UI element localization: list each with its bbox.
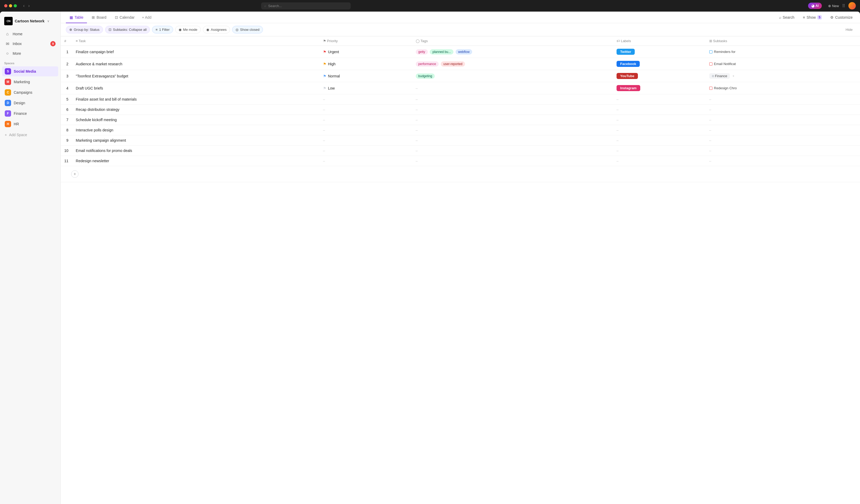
- labels-cell[interactable]: –: [613, 105, 706, 115]
- priority-cell[interactable]: ⚑ Normal: [319, 70, 412, 82]
- tag-pill[interactable]: budgeting: [416, 73, 435, 79]
- subtasks-cell[interactable]: Reminders for: [706, 46, 860, 58]
- task-cell[interactable]: Audience & market research: [72, 58, 319, 70]
- labels-cell[interactable]: –: [613, 156, 706, 166]
- tag-pill[interactable]: user-reported: [441, 61, 465, 66]
- col-header-task[interactable]: ≡ Task: [72, 36, 319, 46]
- show-action-button[interactable]: ≡ Show 5: [801, 14, 824, 21]
- add-space-button[interactable]: + Add Space: [0, 131, 60, 139]
- subtasks-cell[interactable]: Email Notificat: [706, 58, 860, 70]
- labels-cell[interactable]: Instagram: [613, 82, 706, 94]
- labels-cell[interactable]: –: [613, 135, 706, 146]
- priority-cell[interactable]: –: [319, 135, 412, 146]
- subtasks-cell[interactable]: –: [706, 94, 860, 105]
- table-row: 2 Audience & market research ⚑ High perf…: [61, 58, 860, 70]
- priority-flag: ⚑: [323, 86, 327, 90]
- sidebar-item-hr[interactable]: H HR: [2, 119, 58, 129]
- col-header-labels[interactable]: 🏷 Labels: [613, 36, 706, 46]
- assignees-button[interactable]: ◉ Assignees: [203, 26, 230, 33]
- subtasks-cell[interactable]: Finance +: [706, 70, 860, 82]
- me-mode-button[interactable]: ◉ Me mode: [175, 26, 201, 33]
- sidebar-item-campaigns[interactable]: C Campaigns: [2, 87, 58, 98]
- subtasks-label: Subtasks: Collapse all: [113, 28, 147, 32]
- labels-cell[interactable]: Facebook: [613, 58, 706, 70]
- sidebar-item-social-media[interactable]: S Social Media: [2, 66, 58, 76]
- add-subtask-icon[interactable]: +: [732, 74, 734, 78]
- minimize-button[interactable]: [9, 4, 12, 8]
- subtasks-cell[interactable]: Redesign Chro: [706, 82, 860, 94]
- tab-table[interactable]: ▦ Table: [66, 12, 87, 23]
- task-cell[interactable]: Finalize asset list and bill of material…: [72, 94, 319, 105]
- sidebar-item-marketing[interactable]: M Marketing: [2, 77, 58, 87]
- maximize-button[interactable]: [14, 4, 17, 8]
- tag-pill[interactable]: performance: [416, 61, 439, 66]
- task-cell[interactable]: Interactive polls design: [72, 125, 319, 135]
- priority-cell[interactable]: –: [319, 105, 412, 115]
- task-cell[interactable]: "Toonfest Extravaganza" budget: [72, 70, 319, 82]
- nav-arrows: ‹ ›: [22, 3, 31, 9]
- brand-header[interactable]: CN Cartoon Network ∨: [0, 15, 60, 29]
- row-num: 10: [61, 146, 72, 156]
- sidebar-item-inbox[interactable]: ✉ Inbox 9: [2, 39, 58, 48]
- col-header-tags[interactable]: ◯ Tags: [412, 36, 613, 46]
- subtasks-cell[interactable]: –: [706, 146, 860, 156]
- tag-pill[interactable]: webflow: [456, 49, 472, 55]
- subtasks-cell[interactable]: –: [706, 105, 860, 115]
- tab-calendar[interactable]: ⊡ Calendar: [111, 12, 138, 23]
- priority-cell[interactable]: ⚑ Urgent: [319, 46, 412, 58]
- col-header-subtasks[interactable]: ⊞ Subtasks: [706, 36, 860, 46]
- add-view-button[interactable]: + Add: [139, 13, 154, 21]
- tags-cell: –: [412, 82, 613, 94]
- priority-cell[interactable]: –: [319, 115, 412, 125]
- tag-pill[interactable]: getty: [416, 49, 428, 55]
- subtasks-button[interactable]: ⊡ Subtasks: Collapse all: [105, 26, 150, 33]
- new-button[interactable]: ⊕ New: [828, 4, 839, 8]
- search-action-button[interactable]: ⌕ Search: [777, 14, 797, 21]
- labels-cell[interactable]: Twitter: [613, 46, 706, 58]
- tag-pill[interactable]: planned bu...: [430, 49, 453, 55]
- forward-arrow[interactable]: ›: [27, 3, 31, 9]
- avatar[interactable]: [848, 2, 856, 10]
- subtasks-cell[interactable]: –: [706, 156, 860, 166]
- back-arrow[interactable]: ‹: [22, 3, 26, 9]
- grid-icon[interactable]: ⠿: [842, 3, 845, 9]
- global-search-bar[interactable]: ⌕ Search...: [261, 2, 351, 10]
- task-cell[interactable]: Marketing campaign alignment: [72, 135, 319, 146]
- customize-action-button[interactable]: ⚙ Customize: [828, 14, 855, 21]
- close-button[interactable]: [4, 4, 8, 8]
- show-closed-button[interactable]: ◎ Show closed: [232, 26, 263, 33]
- labels-cell[interactable]: YouTube: [613, 70, 706, 82]
- table-row: 3 "Toonfest Extravaganza" budget ⚑ Norma…: [61, 70, 860, 82]
- priority-cell[interactable]: –: [319, 146, 412, 156]
- task-cell[interactable]: Draft UGC briefs: [72, 82, 319, 94]
- tab-board[interactable]: ⊞ Board: [88, 12, 110, 23]
- task-cell[interactable]: Email notifications for promo deals: [72, 146, 319, 156]
- sidebar-item-finance[interactable]: F Finance: [2, 108, 58, 118]
- task-cell[interactable]: Recap distribution strategy: [72, 105, 319, 115]
- subtasks-cell[interactable]: –: [706, 135, 860, 146]
- task-cell[interactable]: Redesign newsletter: [72, 156, 319, 166]
- priority-cell[interactable]: –: [319, 125, 412, 135]
- sidebar-item-home[interactable]: ⌂ Home: [2, 29, 58, 39]
- subtasks-cell[interactable]: –: [706, 115, 860, 125]
- add-row-button[interactable]: +: [71, 171, 78, 178]
- filter-button[interactable]: ≡ 1 Filter: [152, 26, 173, 33]
- priority-cell[interactable]: ⚑ High: [319, 58, 412, 70]
- col-header-priority[interactable]: ⚑ Priority: [319, 36, 412, 46]
- labels-cell[interactable]: –: [613, 94, 706, 105]
- task-cell[interactable]: Schedule kickoff meeting: [72, 115, 319, 125]
- labels-cell[interactable]: –: [613, 115, 706, 125]
- sidebar-item-more[interactable]: ○ More: [2, 49, 58, 58]
- priority-cell[interactable]: ⚑ Low: [319, 82, 412, 94]
- group-by-button[interactable]: ⊕ Group by: Status: [66, 26, 103, 33]
- priority-cell[interactable]: –: [319, 156, 412, 166]
- priority-cell[interactable]: –: [319, 94, 412, 105]
- subtasks-cell[interactable]: –: [706, 125, 860, 135]
- labels-cell[interactable]: –: [613, 146, 706, 156]
- hide-button[interactable]: Hide: [843, 26, 855, 33]
- ai-badge[interactable]: ◕ AI: [808, 3, 822, 9]
- labels-cell[interactable]: –: [613, 125, 706, 135]
- sidebar-item-design[interactable]: D Design: [2, 98, 58, 108]
- space-label-marketing: Marketing: [14, 80, 30, 84]
- task-cell[interactable]: Finalize campaign brief: [72, 46, 319, 58]
